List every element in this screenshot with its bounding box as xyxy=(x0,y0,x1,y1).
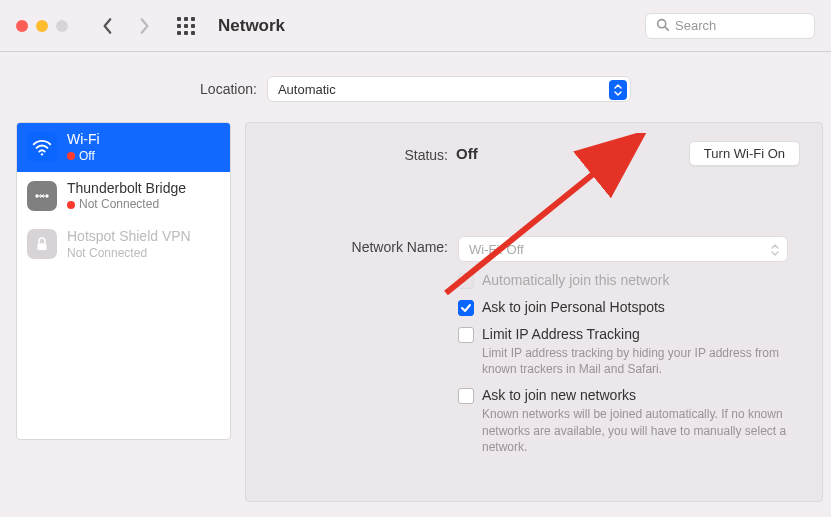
select-stepper-icon xyxy=(609,80,627,100)
svg-point-2 xyxy=(41,153,43,155)
location-label: Location: xyxy=(200,81,257,97)
back-button[interactable] xyxy=(94,12,122,40)
svg-point-3 xyxy=(35,194,38,197)
checkbox[interactable] xyxy=(458,388,474,404)
network-list: Wi-Fi Off Thunderbolt Bridge xyxy=(16,122,231,440)
location-select[interactable]: Automatic xyxy=(267,76,631,102)
check-description: Limit IP address tracking by hiding your… xyxy=(482,345,800,377)
location-selected: Automatic xyxy=(278,82,336,97)
sidebar-item-vpn[interactable]: Hotspot Shield VPN Not Connected xyxy=(17,220,230,269)
minimize-window-button[interactable] xyxy=(36,20,48,32)
window-controls xyxy=(16,20,68,32)
checkbox[interactable] xyxy=(458,327,474,343)
network-name-select[interactable]: Wi-Fi: Off xyxy=(458,236,788,262)
sidebar-item-status: Not Connected xyxy=(67,246,147,261)
check-label: Automatically join this network xyxy=(482,272,670,288)
status-dot-icon xyxy=(67,201,75,209)
network-name-label: Network Name: xyxy=(268,236,448,255)
thunderbolt-icon xyxy=(27,181,57,211)
sidebar-item-status: Off xyxy=(79,149,95,164)
check-auto-join: Automatically join this network xyxy=(458,272,800,289)
search-input[interactable] xyxy=(675,18,795,33)
network-name-value: Wi-Fi: Off xyxy=(469,242,524,257)
svg-line-1 xyxy=(665,26,668,29)
close-window-button[interactable] xyxy=(16,20,28,32)
sidebar-item-thunderbolt[interactable]: Thunderbolt Bridge Not Connected xyxy=(17,172,230,221)
turn-wifi-on-button[interactable]: Turn Wi-Fi On xyxy=(689,141,800,166)
select-stepper-icon xyxy=(767,240,783,260)
check-limit-ip-tracking[interactable]: Limit IP Address Tracking Limit IP addre… xyxy=(458,326,800,377)
svg-rect-5 xyxy=(38,244,47,251)
search-field[interactable] xyxy=(645,13,815,39)
location-row: Location: Automatic xyxy=(0,52,831,122)
search-icon xyxy=(656,18,669,34)
wifi-icon xyxy=(27,132,57,162)
sidebar-item-title: Wi-Fi xyxy=(67,131,100,149)
show-all-prefs-button[interactable] xyxy=(172,12,200,40)
checkbox xyxy=(458,273,474,289)
sidebar-item-wifi[interactable]: Wi-Fi Off xyxy=(17,123,230,172)
forward-button[interactable] xyxy=(130,12,158,40)
detail-pane: Status: Off Turn Wi-Fi On Network Name: … xyxy=(245,122,823,502)
lock-icon xyxy=(27,229,57,259)
check-label: Ask to join new networks xyxy=(482,387,800,403)
window-title: Network xyxy=(218,16,285,36)
status-value: Off xyxy=(456,145,478,162)
sidebar-item-title: Hotspot Shield VPN xyxy=(67,228,191,246)
main-area: Wi-Fi Off Thunderbolt Bridge xyxy=(0,122,831,510)
svg-point-4 xyxy=(45,194,48,197)
check-label: Ask to join Personal Hotspots xyxy=(482,299,665,315)
sidebar-item-status: Not Connected xyxy=(79,197,159,212)
titlebar: Network xyxy=(0,0,831,52)
sidebar-item-title: Thunderbolt Bridge xyxy=(67,180,186,198)
check-label: Limit IP Address Tracking xyxy=(482,326,800,342)
zoom-window-button[interactable] xyxy=(56,20,68,32)
status-dot-icon xyxy=(67,152,75,160)
check-ask-join-new[interactable]: Ask to join new networks Known networks … xyxy=(458,387,800,455)
status-label: Status: xyxy=(268,144,448,163)
check-description: Known networks will be joined automatica… xyxy=(482,406,800,455)
grid-icon xyxy=(177,17,195,35)
check-personal-hotspots[interactable]: Ask to join Personal Hotspots xyxy=(458,299,800,316)
checkbox[interactable] xyxy=(458,300,474,316)
